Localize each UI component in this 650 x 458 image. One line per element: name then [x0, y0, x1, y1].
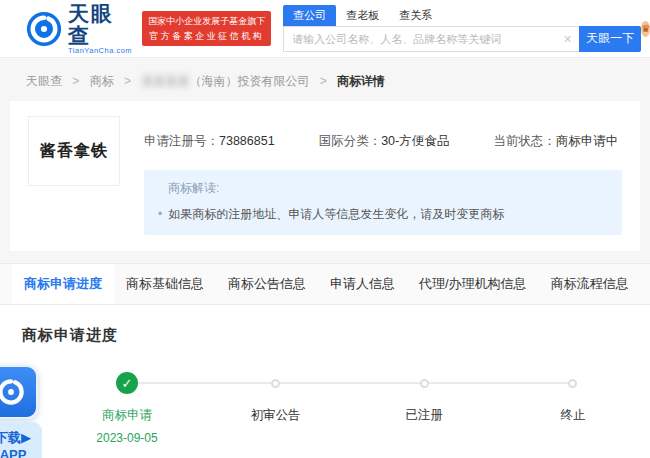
- step-application: ✓ 商标申请 2023-09-05: [75, 372, 179, 445]
- clear-input-icon[interactable]: ✕: [563, 33, 572, 44]
- breadcrumb-home[interactable]: 天眼查: [26, 74, 62, 88]
- search-tab-relation[interactable]: 查关系: [389, 5, 442, 26]
- breadcrumb-separator: >: [72, 74, 79, 88]
- step-label: 终止: [560, 407, 585, 424]
- trademark-fields: 申请注册号：73886851 国际分类：30-方便食品 当前状态：商标申请中: [144, 133, 622, 150]
- breadcrumb-trademark[interactable]: 商标: [90, 74, 114, 88]
- breadcrumb-current: 商标详情: [337, 74, 385, 88]
- step-label: 商标申请: [102, 407, 152, 424]
- tab-applicant-info[interactable]: 申请人信息: [318, 264, 407, 304]
- search-input[interactable]: [283, 26, 579, 52]
- step-preliminary-announcement: 初审公告: [224, 372, 328, 445]
- step-label: 初审公告: [251, 407, 301, 424]
- trademark-interpretation-box: 商标解读: •如果商标的注册地址、申请人等信息发生变化，请及时变更商标: [144, 170, 622, 235]
- search-button[interactable]: 天眼一下: [579, 26, 641, 52]
- international-class-value: 30-方便食品: [381, 134, 449, 148]
- current-status-label: 当前状态：: [493, 134, 556, 148]
- masked-company-name: 某某某某: [141, 73, 189, 90]
- field-current-status: 当前状态：商标申请中: [493, 133, 618, 150]
- logo-title: 天眼查: [68, 3, 132, 47]
- tianyancha-app-icon: [0, 365, 38, 419]
- tab-process-info[interactable]: 商标流程信息: [539, 264, 641, 304]
- tab-basic-info[interactable]: 商标基础信息: [114, 264, 216, 304]
- interpretation-title: 商标解读:: [158, 180, 608, 197]
- international-class-label: 国际分类：: [319, 134, 382, 148]
- bullet-icon: •: [158, 207, 162, 221]
- field-registration-number: 申请注册号：73886851: [144, 133, 275, 150]
- download-app-line2: APP: [0, 446, 40, 458]
- company-name-visible: （海南）投资有限公司: [189, 74, 309, 88]
- field-international-class: 国际分类：30-方便食品: [319, 133, 450, 150]
- progress-stepper: ✓ 商标申请 2023-09-05 初审公告 已注册 终止: [75, 372, 625, 445]
- download-app-line1: 下载▶: [0, 429, 40, 447]
- interpretation-item: •如果商标的注册地址、申请人等信息发生变化，请及时变更商标: [158, 206, 608, 223]
- breadcrumb-company[interactable]: 某某某某（海南）投资有限公司: [141, 74, 309, 88]
- download-app-widget[interactable]: 下载▶ APP: [0, 365, 42, 458]
- badge-line2: 官方备案企业征信机构: [148, 29, 265, 43]
- step-label: 已注册: [406, 407, 444, 424]
- gov-certification-badge: 国家中小企业发展子基金旗下 官方备案企业征信机构: [142, 11, 271, 46]
- detail-tabbar: 商标申请进度 商标基础信息 商标公告信息 申请人信息 代理/办理机构信息 商标流…: [0, 263, 650, 305]
- pending-circle-icon: [420, 379, 429, 388]
- breadcrumb: 天眼查 > 商标 > 某某某某（海南）投资有限公司 > 商标详情: [0, 58, 650, 101]
- search-tabs: 查公司 查老板 查关系: [283, 6, 641, 26]
- registration-number-value: 73886851: [219, 134, 275, 148]
- vip-crown-icon[interactable]: ♛: [641, 21, 650, 37]
- application-progress-section: 商标申请进度 ✓ 商标申请 2023-09-05 初审公告 已注册 终止: [0, 305, 650, 458]
- tab-application-progress[interactable]: 商标申请进度: [12, 264, 114, 304]
- badge-line1: 国家中小企业发展子基金旗下: [148, 14, 265, 28]
- pending-circle-icon: [271, 379, 280, 388]
- current-status-value: 商标申请中: [556, 134, 619, 148]
- top-header: 天眼查 TianYanCha.com 国家中小企业发展子基金旗下 官方备案企业征…: [0, 0, 650, 58]
- tab-goods-services[interactable]: 商品/服务项目: [641, 264, 650, 304]
- logo-subtitle: TianYanCha.com: [68, 47, 132, 55]
- breadcrumb-separator: >: [320, 74, 327, 88]
- search-tab-company[interactable]: 查公司: [283, 5, 336, 26]
- search-module: 查公司 查老板 查关系 ✕ 天眼一下: [283, 6, 641, 52]
- breadcrumb-separator: >: [124, 74, 131, 88]
- check-circle-icon: ✓: [116, 372, 138, 394]
- tab-agency-info[interactable]: 代理/办理机构信息: [407, 264, 539, 304]
- step-date: 2023-09-05: [96, 431, 157, 445]
- step-terminated: 终止: [521, 372, 625, 445]
- pending-circle-icon: [568, 379, 577, 388]
- tab-announcement-info[interactable]: 商标公告信息: [216, 264, 318, 304]
- trademark-image: 酱香拿铁: [28, 116, 120, 186]
- search-tab-boss[interactable]: 查老板: [336, 5, 389, 26]
- section-title: 商标申请进度: [22, 326, 628, 345]
- interpretation-text: 如果商标的注册地址、申请人等信息发生变化，请及时变更商标: [168, 207, 504, 221]
- tianyancha-logo[interactable]: 天眼查 TianYanCha.com: [26, 3, 132, 55]
- step-registered: 已注册: [372, 372, 476, 445]
- download-app-label: 下载▶ APP: [0, 422, 42, 458]
- registration-number-label: 申请注册号：: [144, 134, 219, 148]
- tianyancha-eye-icon: [26, 11, 62, 47]
- trademark-summary-card: 酱香拿铁 申请注册号：73886851 国际分类：30-方便食品 当前状态：商标…: [10, 101, 640, 251]
